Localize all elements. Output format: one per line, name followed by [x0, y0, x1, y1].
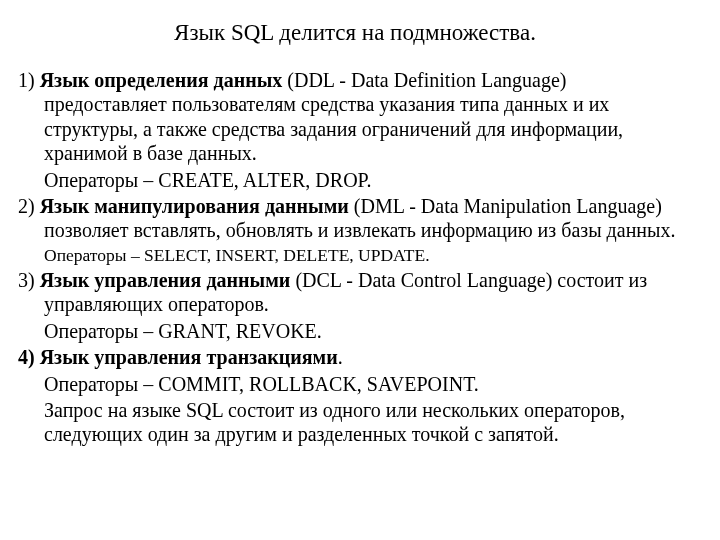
item-2-ops: Операторы – SELECT, INSERT, DELETE, UPDA… — [18, 245, 692, 266]
item-2-term: Язык манипулирования данными — [40, 195, 349, 217]
item-1-ops: Операторы – CREATE, ALTER, DROP. — [18, 168, 692, 192]
item-1: 1) Язык определения данных (DDL - Data D… — [18, 68, 692, 166]
item-4-num: 4) — [18, 346, 40, 368]
content-body: 1) Язык определения данных (DDL - Data D… — [18, 68, 692, 447]
item-3-ops: Операторы – GRANT, REVOKE. — [18, 319, 692, 343]
item-4-term: Язык управления транзакциями — [40, 346, 338, 368]
item-3-term: Язык управления данными — [40, 269, 291, 291]
item-3-num: 3) — [18, 269, 40, 291]
item-4-dot: . — [338, 346, 343, 368]
item-1-term: Язык определения данных — [40, 69, 283, 91]
item-2: 2) Язык манипулирования данными (DML - D… — [18, 194, 692, 243]
item-3: 3) Язык управления данными (DCL - Data C… — [18, 268, 692, 317]
footer-note: Запрос на языке SQL состоит из одного ил… — [18, 398, 692, 447]
item-4-ops: Операторы – COMMIT, ROLLBACK, SAVEPOINT. — [18, 372, 692, 396]
item-4: 4) Язык управления транзакциями. — [18, 345, 692, 369]
item-1-num: 1) — [18, 69, 40, 91]
page-title: Язык SQL делится на подмножества. — [18, 20, 692, 46]
item-2-num: 2) — [18, 195, 40, 217]
